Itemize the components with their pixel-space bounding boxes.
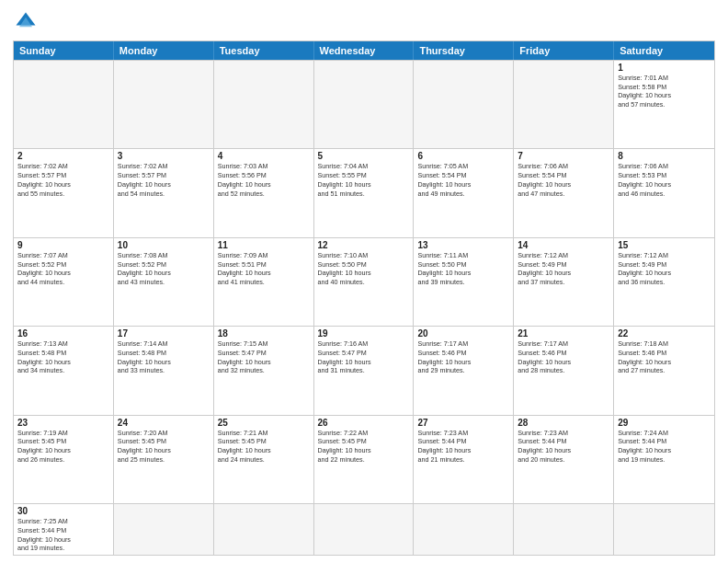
calendar-cell: 10Sunrise: 7:08 AM Sunset: 5:52 PM Dayli…: [114, 238, 214, 327]
calendar-cell: [614, 504, 714, 555]
cell-info: Sunrise: 7:08 AM Sunset: 5:52 PM Dayligh…: [118, 251, 210, 287]
cell-info: Sunrise: 7:17 AM Sunset: 5:46 PM Dayligh…: [417, 339, 509, 375]
cell-day-number: 30: [17, 506, 109, 516]
page-header: [13, 9, 715, 35]
day-header: Wednesday: [314, 41, 415, 60]
day-header: Tuesday: [214, 41, 314, 60]
calendar: SundayMondayTuesdayWednesdayThursdayFrid…: [13, 40, 715, 556]
cell-info: Sunrise: 7:02 AM Sunset: 5:57 PM Dayligh…: [17, 162, 109, 198]
calendar-cell: [314, 61, 415, 149]
calendar-cell: [114, 61, 214, 149]
calendar-cell: 14Sunrise: 7:12 AM Sunset: 5:49 PM Dayli…: [514, 238, 614, 327]
cell-info: Sunrise: 7:04 AM Sunset: 5:55 PM Dayligh…: [318, 162, 410, 198]
cell-day-number: 5: [318, 151, 410, 161]
cell-day-number: 24: [118, 418, 210, 428]
cell-info: Sunrise: 7:06 AM Sunset: 5:53 PM Dayligh…: [618, 162, 711, 198]
cell-info: Sunrise: 7:16 AM Sunset: 5:47 PM Dayligh…: [318, 339, 410, 375]
cell-day-number: 14: [518, 240, 609, 250]
cell-info: Sunrise: 7:23 AM Sunset: 5:44 PM Dayligh…: [417, 429, 509, 465]
calendar-cell: 16Sunrise: 7:13 AM Sunset: 5:48 PM Dayli…: [14, 327, 114, 415]
calendar-cell: 13Sunrise: 7:11 AM Sunset: 5:50 PM Dayli…: [414, 238, 514, 327]
calendar-cell: 7Sunrise: 7:06 AM Sunset: 5:54 PM Daylig…: [514, 149, 614, 237]
cell-day-number: 3: [118, 151, 210, 161]
calendar-cell: 19Sunrise: 7:16 AM Sunset: 5:47 PM Dayli…: [314, 327, 415, 415]
cell-day-number: 27: [417, 418, 509, 428]
cell-info: Sunrise: 7:19 AM Sunset: 5:45 PM Dayligh…: [17, 429, 109, 465]
calendar-cell: 17Sunrise: 7:14 AM Sunset: 5:48 PM Dayli…: [114, 327, 214, 415]
cell-day-number: 18: [218, 328, 310, 339]
cell-info: Sunrise: 7:14 AM Sunset: 5:48 PM Dayligh…: [118, 339, 210, 375]
calendar-cell: 29Sunrise: 7:24 AM Sunset: 5:44 PM Dayli…: [614, 416, 714, 504]
calendar-cell: 9Sunrise: 7:07 AM Sunset: 5:52 PM Daylig…: [14, 238, 114, 327]
cell-day-number: 29: [618, 418, 711, 428]
calendar-cell: [314, 504, 415, 555]
cell-info: Sunrise: 7:20 AM Sunset: 5:45 PM Dayligh…: [118, 429, 210, 465]
calendar-page: SundayMondayTuesdayWednesdayThursdayFrid…: [0, 0, 728, 563]
calendar-cell: [514, 504, 614, 555]
cell-day-number: 4: [218, 151, 310, 161]
cell-info: Sunrise: 7:17 AM Sunset: 5:46 PM Dayligh…: [518, 339, 609, 375]
calendar-cell: 18Sunrise: 7:15 AM Sunset: 5:47 PM Dayli…: [214, 327, 314, 415]
cell-info: Sunrise: 7:03 AM Sunset: 5:56 PM Dayligh…: [218, 162, 310, 198]
cell-day-number: 1: [618, 63, 711, 73]
calendar-cell: 12Sunrise: 7:10 AM Sunset: 5:50 PM Dayli…: [314, 238, 415, 327]
cell-day-number: 10: [118, 240, 210, 250]
day-header: Monday: [114, 41, 214, 60]
cell-info: Sunrise: 7:06 AM Sunset: 5:54 PM Dayligh…: [518, 162, 609, 198]
cell-day-number: 20: [417, 328, 509, 339]
cell-info: Sunrise: 7:05 AM Sunset: 5:54 PM Dayligh…: [417, 162, 509, 198]
calendar-cell: 21Sunrise: 7:17 AM Sunset: 5:46 PM Dayli…: [514, 327, 614, 415]
day-headers: SundayMondayTuesdayWednesdayThursdayFrid…: [14, 41, 714, 60]
calendar-cell: 30Sunrise: 7:25 AM Sunset: 5:44 PM Dayli…: [14, 504, 114, 555]
cell-day-number: 17: [118, 328, 210, 339]
cell-info: Sunrise: 7:12 AM Sunset: 5:49 PM Dayligh…: [618, 251, 711, 287]
calendar-cell: [414, 504, 514, 555]
calendar-cell: 15Sunrise: 7:12 AM Sunset: 5:49 PM Dayli…: [614, 238, 714, 327]
cell-day-number: 22: [618, 328, 711, 339]
calendar-grid: 1Sunrise: 7:01 AM Sunset: 5:58 PM Daylig…: [14, 60, 714, 555]
calendar-cell: 22Sunrise: 7:18 AM Sunset: 5:46 PM Dayli…: [614, 327, 714, 415]
cell-day-number: 13: [417, 240, 509, 250]
logo: [13, 9, 42, 35]
cell-info: Sunrise: 7:12 AM Sunset: 5:49 PM Dayligh…: [518, 251, 609, 287]
calendar-cell: 23Sunrise: 7:19 AM Sunset: 5:45 PM Dayli…: [14, 416, 114, 504]
cell-day-number: 2: [17, 151, 109, 161]
calendar-cell: 20Sunrise: 7:17 AM Sunset: 5:46 PM Dayli…: [414, 327, 514, 415]
calendar-cell: 4Sunrise: 7:03 AM Sunset: 5:56 PM Daylig…: [214, 149, 314, 237]
calendar-cell: 2Sunrise: 7:02 AM Sunset: 5:57 PM Daylig…: [14, 149, 114, 237]
calendar-cell: 1Sunrise: 7:01 AM Sunset: 5:58 PM Daylig…: [614, 61, 714, 149]
cell-day-number: 16: [17, 328, 109, 339]
cell-day-number: 21: [518, 328, 609, 339]
cell-day-number: 7: [518, 151, 609, 161]
cell-info: Sunrise: 7:07 AM Sunset: 5:52 PM Dayligh…: [17, 251, 109, 287]
calendar-cell: 28Sunrise: 7:23 AM Sunset: 5:44 PM Dayli…: [514, 416, 614, 504]
cell-day-number: 11: [218, 240, 310, 250]
cell-info: Sunrise: 7:13 AM Sunset: 5:48 PM Dayligh…: [17, 339, 109, 375]
cell-info: Sunrise: 7:25 AM Sunset: 5:44 PM Dayligh…: [17, 517, 109, 553]
cell-info: Sunrise: 7:23 AM Sunset: 5:44 PM Dayligh…: [518, 429, 609, 465]
cell-day-number: 12: [318, 240, 410, 250]
calendar-cell: 25Sunrise: 7:21 AM Sunset: 5:45 PM Dayli…: [214, 416, 314, 504]
calendar-cell: [114, 504, 214, 555]
calendar-cell: 8Sunrise: 7:06 AM Sunset: 5:53 PM Daylig…: [614, 149, 714, 237]
cell-info: Sunrise: 7:01 AM Sunset: 5:58 PM Dayligh…: [618, 74, 711, 109]
day-header: Sunday: [14, 41, 114, 60]
calendar-cell: 5Sunrise: 7:04 AM Sunset: 5:55 PM Daylig…: [314, 149, 415, 237]
calendar-cell: [214, 61, 314, 149]
calendar-cell: [214, 504, 314, 555]
cell-day-number: 28: [518, 418, 609, 428]
cell-info: Sunrise: 7:24 AM Sunset: 5:44 PM Dayligh…: [618, 429, 711, 465]
cell-info: Sunrise: 7:21 AM Sunset: 5:45 PM Dayligh…: [218, 429, 310, 465]
calendar-cell: [414, 61, 514, 149]
calendar-cell: 26Sunrise: 7:22 AM Sunset: 5:45 PM Dayli…: [314, 416, 415, 504]
day-header: Friday: [514, 41, 614, 60]
day-header: Saturday: [614, 41, 714, 60]
logo-icon: [13, 9, 39, 35]
cell-info: Sunrise: 7:15 AM Sunset: 5:47 PM Dayligh…: [218, 339, 310, 375]
cell-day-number: 9: [17, 240, 109, 250]
calendar-cell: 27Sunrise: 7:23 AM Sunset: 5:44 PM Dayli…: [414, 416, 514, 504]
cell-info: Sunrise: 7:11 AM Sunset: 5:50 PM Dayligh…: [417, 251, 509, 287]
calendar-cell: 11Sunrise: 7:09 AM Sunset: 5:51 PM Dayli…: [214, 238, 314, 327]
cell-info: Sunrise: 7:18 AM Sunset: 5:46 PM Dayligh…: [618, 339, 711, 375]
cell-day-number: 15: [618, 240, 711, 250]
